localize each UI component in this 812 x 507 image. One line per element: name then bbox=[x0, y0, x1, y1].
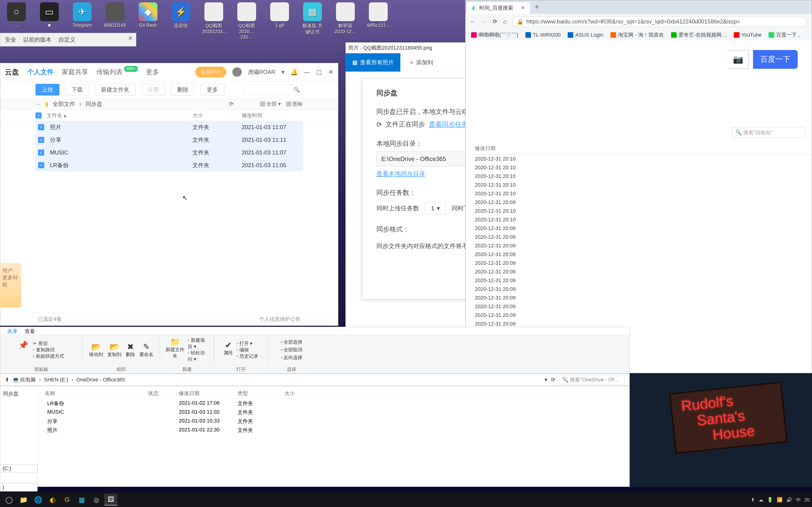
taskbar-edge-icon[interactable]: 🌐 bbox=[32, 494, 45, 506]
desktop-icon[interactable]: 解密器 2020-12… bbox=[334, 2, 357, 40]
col-status[interactable]: 状态 bbox=[148, 390, 179, 397]
col-size[interactable]: 大小 bbox=[192, 112, 242, 119]
pin-icon[interactable]: 📌 bbox=[18, 340, 28, 350]
back-icon[interactable]: ← bbox=[36, 101, 41, 107]
bookmark-item[interactable]: 爱奇艺-在线视频网… bbox=[671, 32, 727, 39]
search-input[interactable]: 🔍 bbox=[244, 84, 303, 95]
desktop-icon[interactable]: 1.gif bbox=[268, 2, 291, 40]
recycle-row[interactable]: 2020-12-31 20:09 bbox=[475, 267, 802, 276]
explorer-row[interactable]: LR备份 2021-01-02 17:06 文件夹 bbox=[45, 399, 622, 408]
col-name[interactable]: 名称 bbox=[45, 390, 148, 397]
bookmark-item[interactable]: ASUS Login bbox=[568, 32, 603, 38]
recycle-row[interactable]: 2020-12-31 20:09 bbox=[475, 293, 802, 302]
bookmark-item[interactable]: 百度一下， bbox=[768, 32, 802, 39]
col-date[interactable]: 修改时间 bbox=[242, 112, 303, 119]
explorer-row[interactable]: MUSIC 2021-01-03 11:02 文件夹 bbox=[45, 408, 622, 417]
col-date[interactable]: 修改日期 bbox=[475, 145, 548, 152]
ribbon-tab-view[interactable]: 查看 bbox=[25, 328, 35, 334]
invert-select-button[interactable]: ▫ 反向选择 bbox=[281, 354, 303, 361]
forward-icon[interactable]: → bbox=[481, 18, 487, 25]
new-tab-button[interactable]: ＋ bbox=[534, 2, 541, 11]
bookmark-item[interactable]: 淘宝网 - 淘！我喜欢 bbox=[610, 32, 664, 39]
recycle-row[interactable]: 2020-12-31 20:10 bbox=[475, 215, 802, 224]
add-to-button[interactable]: ＋ 添加到 bbox=[409, 59, 433, 66]
ribbon-tab-share[interactable]: 共享 bbox=[7, 328, 18, 334]
start-button[interactable]: ◯ bbox=[2, 494, 15, 506]
desktop-icon[interactable]: ▦极速版 关键证书 bbox=[301, 2, 324, 40]
desktop-icon[interactable]: QQ截图20201231… bbox=[202, 2, 225, 40]
nav-up-icon[interactable]: ⬆ bbox=[5, 377, 9, 383]
edit-button[interactable]: ▫ 编辑 bbox=[236, 347, 258, 353]
open-button[interactable]: ▫ 打开 ▾ bbox=[236, 340, 258, 347]
taskbar-app-icon[interactable]: ◎ bbox=[90, 494, 103, 506]
view-grid[interactable]: ▦ 图标 bbox=[286, 101, 303, 108]
upload-button[interactable]: 上传 bbox=[36, 84, 59, 96]
recycle-row[interactable]: 2020-12-31 20:09 bbox=[475, 241, 802, 250]
history-button[interactable]: ▫ 历史记录 bbox=[236, 353, 258, 359]
easy-access-button[interactable]: ▫ 轻松访问 ▾ bbox=[188, 350, 208, 362]
tab-transfer[interactable]: 传输列表 bbox=[96, 68, 123, 76]
back-icon[interactable]: ← bbox=[470, 18, 476, 25]
col-type[interactable]: 类型 bbox=[238, 390, 285, 397]
desktop-icon[interactable]: QQ截图2020…231… bbox=[235, 2, 258, 40]
drive-item[interactable]: ) bbox=[0, 483, 38, 492]
bookmark-item[interactable]: YouTube bbox=[734, 32, 761, 38]
col-date[interactable]: 修改日期 bbox=[179, 390, 238, 397]
explorer-row[interactable]: 分享 2021-01-03 10:33 文件夹 bbox=[45, 417, 622, 426]
file-row[interactable]: ✓ 分享 文件夹 2021-01-03 11:11 bbox=[36, 133, 303, 146]
copyto-icon[interactable]: 📂 bbox=[107, 342, 121, 351]
view-local-dir-link[interactable]: 查看本地同步目录 bbox=[376, 170, 425, 178]
camera-search-icon[interactable]: 📷 bbox=[728, 50, 749, 69]
filter-all[interactable]: ▦ 全部 ▾ bbox=[260, 101, 281, 108]
delete-icon[interactable]: ✖ bbox=[126, 342, 135, 351]
select-none-button[interactable]: ▫ 全部取消 bbox=[281, 347, 303, 353]
copy-path-button[interactable]: ▫ 复制路径 bbox=[33, 347, 64, 353]
rename-icon[interactable]: ✎ bbox=[139, 342, 153, 351]
bookmark-item[interactable]: TL-WR9200 bbox=[525, 32, 561, 38]
close-icon[interactable]: ✕ bbox=[328, 68, 334, 76]
tab-security[interactable]: 安全 bbox=[5, 36, 16, 44]
close-tab-icon[interactable]: ✕ bbox=[521, 5, 525, 11]
desktop-icon[interactable]: ◆Git Bash bbox=[136, 2, 160, 40]
tray-icon[interactable]: 🔋 bbox=[767, 497, 773, 503]
tray-ime[interactable]: 中 bbox=[796, 497, 801, 503]
recycle-row[interactable]: 2020-12-31 20:09 bbox=[475, 276, 802, 285]
tab-versions[interactable]: 以前的版本 bbox=[23, 36, 51, 44]
select-all-checkbox[interactable]: ✓ bbox=[36, 112, 42, 119]
tab-personal[interactable]: 个人文件 bbox=[27, 68, 54, 76]
more-button[interactable]: 更多 bbox=[200, 84, 224, 96]
file-row[interactable]: ✓ 照片 文件夹 2021-01-03 11:07 bbox=[36, 121, 303, 133]
address-bar[interactable]: 🔒 https://www.baidu.com/s?wd=时间&rsv_spt=… bbox=[512, 16, 807, 27]
taskbar-app-icon[interactable]: ▦ bbox=[75, 494, 88, 506]
recycle-row[interactable]: 2020-12-31 20:10 bbox=[475, 172, 802, 180]
moveto-icon[interactable]: 📂 bbox=[89, 342, 103, 351]
tray-clock[interactable]: 20 bbox=[805, 497, 810, 503]
tray-icon[interactable]: ☁ bbox=[759, 497, 763, 503]
privacy-link[interactable]: 个人信息保护公告 bbox=[259, 316, 301, 323]
username[interactable]: 虎嘯ROAR bbox=[248, 68, 275, 76]
recycle-row[interactable]: 2020-12-31 20:10 bbox=[475, 155, 802, 163]
explorer-address-bar[interactable]: ⬆ 💻 此电脑› SHEN (E:)› OneDrive - Office365… bbox=[0, 374, 630, 386]
tray-icon[interactable]: 🔊 bbox=[786, 497, 792, 503]
taskbar-app-icon[interactable]: ◐ bbox=[46, 494, 59, 506]
delete-button[interactable]: 删除 bbox=[171, 84, 195, 96]
new-folder-button[interactable]: 新建文件夹 bbox=[95, 84, 136, 96]
upload-tasks-select[interactable]: 1 ▾ bbox=[425, 202, 446, 215]
recycle-row[interactable]: 2020-12-31 20:09 bbox=[475, 198, 802, 207]
recycle-row[interactable]: 2020-12-31 20:09 bbox=[475, 259, 802, 267]
file-row[interactable]: ✓ MUSIC 文件夹 2021-01-03 11:07 bbox=[36, 146, 303, 159]
recycle-row[interactable]: 2020-12-31 20:09 bbox=[475, 302, 802, 311]
recycle-row[interactable]: 2020-12-31 20:10 bbox=[475, 189, 802, 198]
tray-icon[interactable]: 📶 bbox=[777, 497, 782, 503]
new-item-button[interactable]: ▫ 新建项目 ▾ bbox=[188, 337, 208, 350]
maximize-icon[interactable]: ▢ bbox=[316, 68, 322, 76]
see-all-photos-button[interactable]: ▦ 查看所有照片 bbox=[346, 53, 400, 72]
select-all-button[interactable]: ▫ 全部选择 bbox=[281, 339, 303, 345]
properties-icon[interactable]: ✔ bbox=[224, 340, 233, 350]
refresh-icon[interactable]: ⟳ bbox=[229, 101, 234, 107]
minimize-icon[interactable]: — bbox=[304, 68, 310, 76]
chevron-down-icon[interactable]: ▾ bbox=[282, 69, 284, 75]
file-row[interactable]: ✓ LR备份 文件夹 2021-01-03 11:05 bbox=[36, 159, 303, 172]
close-icon[interactable]: ✕ bbox=[128, 35, 133, 42]
recycle-search-input[interactable]: 🔍 搜索"回收站" bbox=[732, 127, 805, 138]
